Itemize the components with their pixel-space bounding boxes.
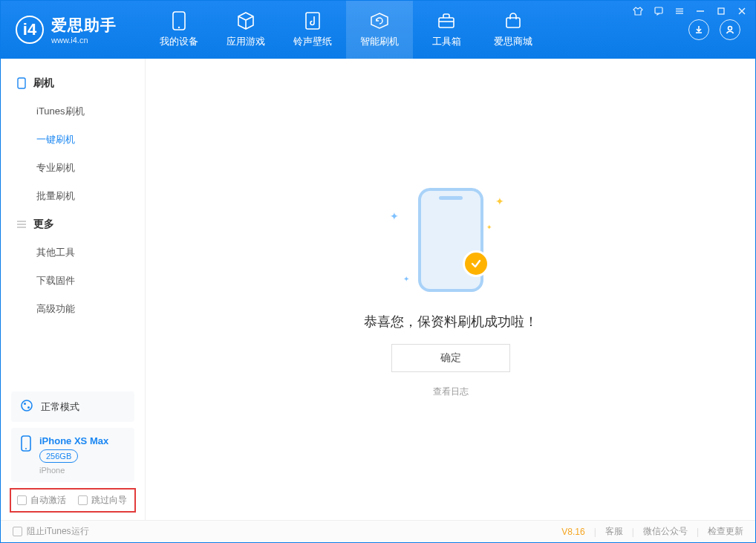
ok-button[interactable]: 确定 — [391, 344, 510, 372]
device-type: iPhone — [39, 466, 108, 475]
nav-tabs: 我的设备 应用游戏 铃声壁纸 智能刷机 工具箱 — [146, 1, 688, 59]
checkbox-auto-activate-label: 自动激活 — [30, 494, 66, 507]
tab-store[interactable]: 爱思商城 — [480, 1, 547, 59]
cube-icon — [236, 11, 255, 30]
svg-point-6 — [729, 27, 732, 30]
svg-rect-15 — [18, 78, 25, 88]
header: i4 爱思助手 www.i4.cn 我的设备 应用游戏 铃声壁纸 — [1, 1, 755, 59]
view-log-link[interactable]: 查看日志 — [433, 386, 469, 398]
svg-point-19 — [22, 400, 32, 411]
checkbox-block-itunes[interactable]: 阻止iTunes运行 — [13, 525, 89, 538]
status-text: 正常模式 — [41, 400, 79, 414]
options-row: 自动激活 跳过向导 — [10, 488, 136, 513]
toolbox-icon — [437, 11, 456, 30]
status-card[interactable]: 正常模式 — [11, 391, 134, 422]
app-url: www.i4.cn — [51, 36, 117, 45]
svg-point-23 — [25, 448, 27, 449]
success-message: 恭喜您，保资料刷机成功啦！ — [364, 313, 538, 331]
tab-my-device[interactable]: 我的设备 — [146, 1, 212, 59]
svg-rect-12 — [718, 8, 724, 14]
sidebar-item-onekey[interactable]: 一键刷机 — [1, 126, 145, 154]
checkbox-skip-guide[interactable]: 跳过向导 — [78, 494, 127, 507]
block-itunes-label: 阻止iTunes运行 — [27, 525, 89, 538]
svg-rect-5 — [506, 18, 520, 27]
sparkle-icon: ✦ — [403, 275, 409, 283]
refresh-icon — [370, 11, 389, 30]
sparkle-icon: ✦ — [495, 195, 504, 207]
check-update-link[interactable]: 检查更新 — [708, 525, 743, 538]
maximize-icon[interactable] — [715, 5, 727, 17]
sidebar-item-pro[interactable]: 专业刷机 — [1, 154, 145, 182]
sidebar-item-advanced[interactable]: 高级功能 — [1, 295, 145, 323]
window-controls — [632, 5, 748, 17]
tab-ringtone[interactable]: 铃声壁纸 — [279, 1, 346, 59]
checkbox-auto-activate[interactable]: 自动激活 — [17, 494, 66, 507]
success-illustration: ✦ ✦ ✦ ✦ — [377, 181, 525, 299]
checkbox-icon — [13, 527, 22, 536]
svg-rect-2 — [306, 13, 319, 29]
checkbox-icon — [17, 495, 27, 505]
main-content: ✦ ✦ ✦ ✦ 恭喜您，保资料刷机成功啦！ 确定 查看日志 — [146, 59, 755, 520]
status-icon — [20, 399, 33, 414]
sidebar-item-other[interactable]: 其他工具 — [1, 238, 145, 267]
sidebar: 刷机 iTunes刷机 一键刷机 专业刷机 批量刷机 更多 其他工具 下载固件 … — [1, 59, 146, 520]
menu-icon[interactable] — [674, 5, 685, 17]
phone-icon — [16, 77, 27, 89]
sidebar-group-more: 更多 — [1, 210, 145, 238]
sparkle-icon: ✦ — [390, 210, 399, 222]
music-icon — [303, 11, 322, 30]
checkbox-icon — [78, 495, 88, 505]
body: 刷机 iTunes刷机 一键刷机 专业刷机 批量刷机 更多 其他工具 下载固件 … — [1, 59, 755, 520]
sidebar-item-batch[interactable]: 批量刷机 — [1, 182, 145, 210]
footer: 阻止iTunes运行 V8.16 | 客服 | 微信公众号 | 检查更新 — [1, 520, 755, 542]
logo-icon: i4 — [16, 16, 44, 44]
svg-rect-3 — [439, 18, 454, 27]
device-storage: 256GB — [39, 449, 78, 463]
device-name: iPhone XS Max — [39, 435, 108, 446]
svg-point-1 — [178, 27, 180, 28]
tab-smart-flash[interactable]: 智能刷机 — [346, 1, 413, 59]
tab-apps[interactable]: 应用游戏 — [212, 1, 279, 59]
store-icon — [504, 11, 523, 30]
support-link[interactable]: 客服 — [605, 525, 623, 538]
sidebar-item-itunes[interactable]: iTunes刷机 — [1, 97, 145, 126]
list-icon — [16, 218, 27, 230]
device-icon — [169, 11, 189, 30]
check-badge-icon — [463, 250, 489, 277]
sidebar-item-firmware[interactable]: 下载固件 — [1, 267, 145, 295]
user-icon[interactable] — [720, 19, 740, 40]
svg-point-21 — [27, 406, 30, 409]
feedback-icon[interactable] — [653, 5, 665, 17]
sidebar-group-flash-label: 刷机 — [33, 77, 54, 90]
svg-point-20 — [24, 403, 26, 405]
app-name: 爱思助手 — [51, 15, 117, 36]
shirt-icon[interactable] — [632, 5, 644, 17]
device-card[interactable]: iPhone XS Max 256GB iPhone — [11, 428, 134, 482]
checkbox-skip-guide-label: 跳过向导 — [91, 494, 127, 507]
wechat-link[interactable]: 微信公众号 — [643, 525, 688, 538]
close-icon[interactable] — [736, 5, 748, 17]
device-icon — [20, 435, 32, 454]
svg-rect-7 — [655, 7, 662, 13]
sidebar-group-more-label: 更多 — [33, 218, 54, 231]
sparkle-icon: ✦ — [486, 224, 492, 231]
minimize-icon[interactable] — [694, 5, 706, 17]
logo[interactable]: i4 爱思助手 www.i4.cn — [1, 1, 146, 59]
tab-toolbox[interactable]: 工具箱 — [413, 1, 480, 59]
download-icon[interactable] — [688, 19, 709, 40]
version-label: V8.16 — [561, 527, 584, 537]
sidebar-group-flash: 刷机 — [1, 69, 145, 97]
